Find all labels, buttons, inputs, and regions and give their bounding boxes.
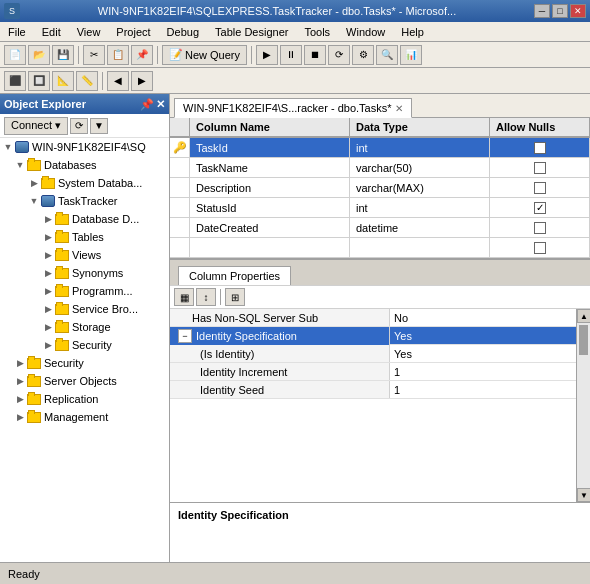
menu-edit[interactable]: Edit bbox=[34, 24, 69, 40]
tables-expand[interactable]: ▶ bbox=[42, 231, 54, 243]
checkbox-taskid[interactable] bbox=[534, 142, 546, 154]
checkbox-empty[interactable] bbox=[534, 242, 546, 254]
toolbar-new-file[interactable]: 📄 bbox=[4, 45, 26, 65]
oe-connect-button[interactable]: Connect ▾ bbox=[4, 117, 68, 135]
props-btn-grid[interactable]: ▦ bbox=[174, 288, 194, 306]
menu-debug[interactable]: Debug bbox=[159, 24, 207, 40]
menu-help[interactable]: Help bbox=[393, 24, 432, 40]
menu-project[interactable]: Project bbox=[108, 24, 158, 40]
cell-empty-type[interactable] bbox=[350, 238, 490, 257]
toolbar-copy[interactable]: 📋 bbox=[107, 45, 129, 65]
cell-statusid-type[interactable]: int bbox=[350, 198, 490, 217]
checkbox-date[interactable] bbox=[534, 222, 546, 234]
prop-row-identity[interactable]: − Identity Specification Yes bbox=[170, 327, 576, 345]
toolbar-btn-d[interactable]: ⟳ bbox=[328, 45, 350, 65]
toolbar-btn-f[interactable]: 🔍 bbox=[376, 45, 398, 65]
cell-date-type[interactable]: datetime bbox=[350, 218, 490, 237]
tree-database-d[interactable]: ▶ Database D... bbox=[0, 210, 169, 228]
server-expand[interactable]: ▼ bbox=[2, 141, 14, 153]
synonyms-expand[interactable]: ▶ bbox=[42, 267, 54, 279]
tree-replication[interactable]: ▶ Replication bbox=[0, 390, 169, 408]
cell-empty-name[interactable] bbox=[190, 238, 350, 257]
mgmt-expand[interactable]: ▶ bbox=[14, 411, 26, 423]
identity-expander[interactable]: − bbox=[178, 329, 192, 343]
toolbar2-btn-a[interactable]: ⬛ bbox=[4, 71, 26, 91]
tree-storage[interactable]: ▶ Storage bbox=[0, 318, 169, 336]
tree-tables[interactable]: ▶ Tables bbox=[0, 228, 169, 246]
cell-taskname-null[interactable] bbox=[490, 158, 590, 177]
dbd-expand[interactable]: ▶ bbox=[42, 213, 54, 225]
cell-taskname-type[interactable]: varchar(50) bbox=[350, 158, 490, 177]
maximize-button[interactable]: □ bbox=[552, 4, 568, 18]
prop-val-increment[interactable]: 1 bbox=[390, 363, 576, 380]
toolbar-cut[interactable]: ✂ bbox=[83, 45, 105, 65]
toolbar-btn-a[interactable]: ▶ bbox=[256, 45, 278, 65]
menu-file[interactable]: File bbox=[0, 24, 34, 40]
tree-databases[interactable]: ▼ Databases bbox=[0, 156, 169, 174]
tree-management[interactable]: ▶ Management bbox=[0, 408, 169, 426]
props-btn-expand[interactable]: ⊞ bbox=[225, 288, 245, 306]
rep-expand[interactable]: ▶ bbox=[14, 393, 26, 405]
tab-tasks[interactable]: WIN-9NF1K82EIF4\S...racker - dbo.Tasks* … bbox=[174, 98, 412, 118]
toolbar-btn-b[interactable]: ⏸ bbox=[280, 45, 302, 65]
scroll-up-button[interactable]: ▲ bbox=[577, 309, 590, 323]
tree-server-objects[interactable]: ▶ Server Objects bbox=[0, 372, 169, 390]
toolbar-paste[interactable]: 📌 bbox=[131, 45, 153, 65]
checkbox-statusid[interactable] bbox=[534, 202, 546, 214]
tree-system-databases[interactable]: ▶ System Databa... bbox=[0, 174, 169, 192]
props-btn-sort[interactable]: ↕ bbox=[196, 288, 216, 306]
toolbar-save[interactable]: 💾 bbox=[52, 45, 74, 65]
sec-outer-expand[interactable]: ▶ bbox=[14, 357, 26, 369]
cell-empty-null[interactable] bbox=[490, 238, 590, 257]
toolbar-open[interactable]: 📂 bbox=[28, 45, 50, 65]
tree-security-inner[interactable]: ▶ Security bbox=[0, 336, 169, 354]
toolbar2-btn-f[interactable]: ▶ bbox=[131, 71, 153, 91]
menu-window[interactable]: Window bbox=[338, 24, 393, 40]
tree-programmability[interactable]: ▶ Programm... bbox=[0, 282, 169, 300]
minimize-button[interactable]: ─ bbox=[534, 4, 550, 18]
checkbox-taskname[interactable] bbox=[534, 162, 546, 174]
cell-date-null[interactable] bbox=[490, 218, 590, 237]
oe-filter-button[interactable]: ▼ bbox=[90, 118, 108, 134]
checkbox-desc[interactable] bbox=[534, 182, 546, 194]
toolbar2-btn-d[interactable]: 📏 bbox=[76, 71, 98, 91]
scroll-thumb[interactable] bbox=[579, 325, 588, 355]
toolbar2-btn-e[interactable]: ◀ bbox=[107, 71, 129, 91]
close-button[interactable]: ✕ bbox=[570, 4, 586, 18]
menu-table-designer[interactable]: Table Designer bbox=[207, 24, 296, 40]
cell-date-name[interactable]: DateCreated bbox=[190, 218, 350, 237]
so-expand[interactable]: ▶ bbox=[14, 375, 26, 387]
menu-view[interactable]: View bbox=[69, 24, 109, 40]
cell-desc-type[interactable]: varchar(MAX) bbox=[350, 178, 490, 197]
prop-val-seed[interactable]: 1 bbox=[390, 381, 576, 398]
tree-security-outer[interactable]: ▶ Security bbox=[0, 354, 169, 372]
toolbar2-btn-c[interactable]: 📐 bbox=[52, 71, 74, 91]
sb-expand[interactable]: ▶ bbox=[42, 303, 54, 315]
new-query-button[interactable]: 📝 New Query bbox=[162, 45, 247, 65]
oe-pin-icon[interactable]: 📌 bbox=[140, 98, 154, 111]
prop-val-identity[interactable]: Yes bbox=[390, 327, 576, 345]
cell-taskid-type[interactable]: int bbox=[350, 138, 490, 157]
tree-service-broker[interactable]: ▶ Service Bro... bbox=[0, 300, 169, 318]
toolbar-btn-c[interactable]: ⏹ bbox=[304, 45, 326, 65]
cell-desc-name[interactable]: Description bbox=[190, 178, 350, 197]
cell-statusid-null[interactable] bbox=[490, 198, 590, 217]
oe-close-icon[interactable]: ✕ bbox=[156, 98, 165, 111]
prog-expand[interactable]: ▶ bbox=[42, 285, 54, 297]
databases-expand[interactable]: ▼ bbox=[14, 159, 26, 171]
scroll-down-button[interactable]: ▼ bbox=[577, 488, 590, 502]
tab-close-button[interactable]: ✕ bbox=[395, 103, 403, 114]
sysdb-expand[interactable]: ▶ bbox=[28, 177, 40, 189]
cell-taskid-name[interactable]: TaskId bbox=[190, 138, 350, 157]
cell-taskid-null[interactable] bbox=[490, 138, 590, 157]
toolbar2-btn-b[interactable]: 🔲 bbox=[28, 71, 50, 91]
props-scrollbar[interactable]: ▲ ▼ bbox=[576, 309, 590, 502]
tree-server[interactable]: ▼ WIN-9NF1K82EIF4\SQ bbox=[0, 138, 169, 156]
cell-desc-null[interactable] bbox=[490, 178, 590, 197]
views-expand[interactable]: ▶ bbox=[42, 249, 54, 261]
tree-synonyms[interactable]: ▶ Synonyms bbox=[0, 264, 169, 282]
col-props-tab[interactable]: Column Properties bbox=[178, 266, 291, 285]
menu-tools[interactable]: Tools bbox=[296, 24, 338, 40]
sec-inner-expand[interactable]: ▶ bbox=[42, 339, 54, 351]
storage-expand[interactable]: ▶ bbox=[42, 321, 54, 333]
